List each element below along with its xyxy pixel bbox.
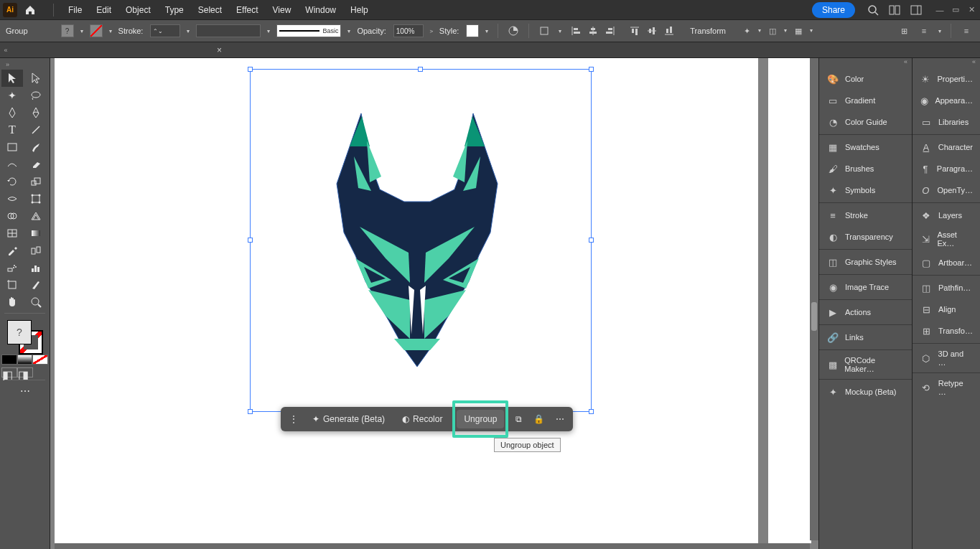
style-swatch[interactable] xyxy=(466,24,479,37)
transform-link[interactable]: Transform xyxy=(690,27,726,35)
home-icon[interactable] xyxy=(23,3,37,17)
search-icon[interactable] xyxy=(865,2,881,18)
wolf-artwork[interactable] xyxy=(302,112,532,370)
panel-paragraph[interactable]: ¶Paragra… xyxy=(913,158,980,179)
panel-links[interactable]: 🔗Links xyxy=(819,327,912,348)
menu-edit[interactable]: Edit xyxy=(89,3,118,17)
curvature-tool[interactable] xyxy=(25,104,47,121)
menu-window[interactable]: Window xyxy=(298,3,343,17)
panel-brushes[interactable]: 🖌Brushes xyxy=(819,158,912,179)
rotate-tool[interactable] xyxy=(1,173,23,190)
panel-color-guide[interactable]: ◔Color Guide xyxy=(819,111,912,133)
stroke-dropdown[interactable]: ▾ xyxy=(107,24,114,37)
panel-mockup[interactable]: ✦Mockup (Beta) xyxy=(819,381,912,403)
isolate-icon[interactable]: ✦ xyxy=(739,24,755,38)
panel-3d[interactable]: ⬡3D and … xyxy=(913,345,980,371)
envelope-icon[interactable]: ▦ xyxy=(790,24,806,38)
align-hcenter-icon[interactable] xyxy=(585,24,601,38)
align-left-icon[interactable] xyxy=(568,24,584,38)
pf-dd[interactable]: ▾ xyxy=(782,24,789,37)
recolor-icon[interactable] xyxy=(505,24,521,38)
minimize-button[interactable]: — xyxy=(934,5,946,15)
arrange-documents-icon[interactable] xyxy=(887,2,902,18)
artboard-tool[interactable] xyxy=(1,276,23,294)
canvas-area[interactable]: ⋮ ✦ Generate (Beta) ◐ Recolor Ungroup ⧉ … xyxy=(50,58,818,549)
fill-stroke-swatch[interactable]: ? xyxy=(1,319,48,355)
menu-help[interactable]: Help xyxy=(343,3,375,17)
width-tool[interactable] xyxy=(1,190,23,207)
align-right-icon[interactable] xyxy=(602,24,618,38)
brush-dd[interactable]: ▾ xyxy=(345,24,353,37)
perspective-grid-tool[interactable] xyxy=(25,207,47,225)
arrange-icon[interactable]: ≡ xyxy=(916,24,932,38)
tab-expand-icon[interactable]: « xyxy=(1,47,10,54)
maximize-button[interactable]: ▭ xyxy=(950,5,961,15)
fill-swatch[interactable]: ? xyxy=(61,24,74,37)
recolor-button[interactable]: ◐ Recolor xyxy=(395,410,449,428)
panel-collapse-icon-2[interactable]: « xyxy=(913,58,980,68)
stroke-weight-input[interactable]: ⌃⌄ xyxy=(150,24,180,37)
align-to-pixel-icon[interactable] xyxy=(536,24,552,38)
ctx-lock-icon[interactable]: 🔒 xyxy=(529,410,549,428)
gradient-tool[interactable] xyxy=(25,225,47,242)
ctx-more-icon[interactable]: ⋯ xyxy=(551,410,569,428)
arr-dd[interactable]: ▾ xyxy=(936,24,943,37)
variable-width-profile[interactable] xyxy=(196,24,261,37)
slice-tool[interactable] xyxy=(25,276,47,294)
menu-icon[interactable]: ≡ xyxy=(958,24,974,38)
ctx-group-icon[interactable]: ⧉ xyxy=(511,410,526,428)
opacity-input[interactable]: 100% xyxy=(393,24,424,37)
vwp-dd[interactable]: ▾ xyxy=(265,24,272,37)
ctx-move-handle[interactable]: ⋮ xyxy=(285,410,302,428)
env-dd[interactable]: ▾ xyxy=(808,24,815,37)
panel-color[interactable]: 🎨Color xyxy=(819,68,912,90)
direct-selection-tool[interactable] xyxy=(25,70,47,87)
panel-qrcode[interactable]: ▩QRCode Maker… xyxy=(819,352,912,377)
vertical-scrollbar[interactable] xyxy=(810,58,818,540)
fill-dropdown[interactable]: ▾ xyxy=(78,24,85,37)
column-graph-tool[interactable] xyxy=(25,259,47,276)
paintbrush-tool[interactable] xyxy=(25,139,47,156)
panel-appearance[interactable]: ◉Appeara… xyxy=(913,90,980,111)
panel-transparency[interactable]: ◐Transparency xyxy=(819,226,912,248)
menu-select[interactable]: Select xyxy=(191,3,229,17)
align-bottom-icon[interactable] xyxy=(661,24,677,38)
style-dd[interactable]: ▾ xyxy=(483,24,490,37)
panel-graphic-styles[interactable]: ◫Graphic Styles xyxy=(819,251,912,273)
edit-toolbar-button[interactable]: ⋯ xyxy=(1,383,48,400)
align-vcenter-icon[interactable] xyxy=(644,24,660,38)
panel-collapse-icon[interactable]: « xyxy=(819,58,912,68)
free-transform-tool[interactable] xyxy=(25,190,47,207)
hand-tool[interactable] xyxy=(1,294,23,311)
panel-character[interactable]: ACharacter xyxy=(913,136,980,158)
shaper-tool[interactable] xyxy=(1,156,23,173)
eyedropper-tool[interactable] xyxy=(1,242,23,259)
horizontal-scrollbar[interactable] xyxy=(55,543,810,549)
menu-type[interactable]: Type xyxy=(158,3,191,17)
color-mode-row[interactable] xyxy=(1,355,48,365)
rectangle-tool[interactable] xyxy=(1,139,23,156)
eraser-tool[interactable] xyxy=(25,156,47,173)
panel-align[interactable]: ⊟Align xyxy=(913,299,980,320)
menu-effect[interactable]: Effect xyxy=(229,3,265,17)
ungroup-button[interactable]: Ungroup xyxy=(457,410,504,428)
align-top-icon[interactable] xyxy=(627,24,643,38)
menu-object[interactable]: Object xyxy=(118,3,158,17)
panel-asset-export[interactable]: ⇲Asset Ex… xyxy=(913,226,980,252)
panel-transform[interactable]: ⊞Transfo… xyxy=(913,320,980,342)
panel-actions[interactable]: ▶Actions xyxy=(819,301,912,323)
scale-tool[interactable] xyxy=(25,173,47,190)
panel-opentype[interactable]: OOpenTy… xyxy=(913,179,980,201)
panel-gradient[interactable]: ▭Gradient xyxy=(819,90,912,111)
blend-tool[interactable] xyxy=(25,242,47,259)
symbol-sprayer-tool[interactable] xyxy=(1,259,23,276)
artboard-2[interactable] xyxy=(768,58,811,543)
close-button[interactable]: ✕ xyxy=(966,5,977,15)
generate-beta-button[interactable]: ✦ Generate (Beta) xyxy=(305,410,392,428)
tab-close-icon[interactable]: × xyxy=(217,45,222,55)
zoom-tool[interactable] xyxy=(25,294,47,311)
panel-pathfinder[interactable]: ◫Pathfin… xyxy=(913,277,980,299)
mesh-tool[interactable] xyxy=(1,225,23,242)
panel-artboards[interactable]: ▢Artboar… xyxy=(913,252,980,273)
menu-view[interactable]: View xyxy=(266,3,299,17)
